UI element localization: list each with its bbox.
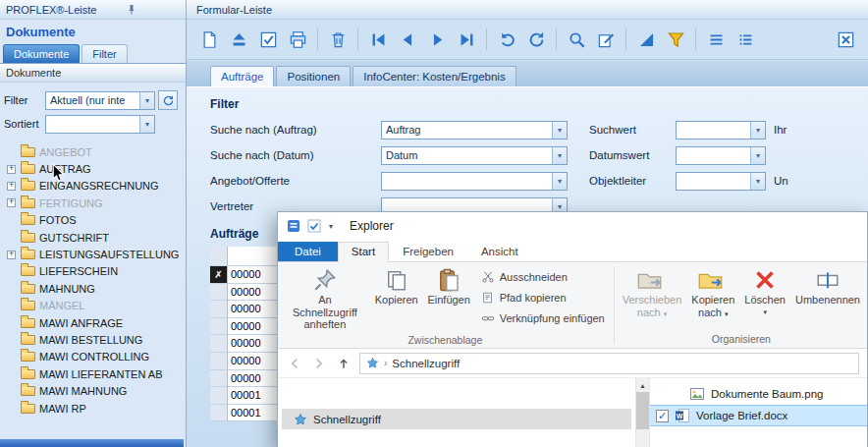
print-button[interactable] bbox=[283, 26, 312, 53]
previous-record-button[interactable] bbox=[393, 26, 422, 53]
close-button[interactable] bbox=[831, 26, 860, 53]
tree-item-mawi-controlling[interactable]: MAWI CONTROLLING bbox=[0, 349, 186, 365]
paste-shortcut-button[interactable]: Verknüpfung einfügen bbox=[475, 307, 611, 328]
folder-icon bbox=[21, 198, 35, 208]
delete-button[interactable]: Löschen ▾ bbox=[739, 263, 790, 318]
check-icon[interactable] bbox=[306, 218, 322, 234]
tree-item-mawi-mahnung[interactable]: MAWI MAHNUNG bbox=[0, 382, 186, 399]
suche-datum-dropdown[interactable]: Datum ▾ bbox=[381, 146, 568, 165]
expand-icon[interactable] bbox=[7, 165, 16, 174]
suchwert-dropdown[interactable]: ▾ bbox=[676, 121, 766, 140]
pin-icon[interactable] bbox=[126, 3, 137, 16]
search-button[interactable] bbox=[562, 26, 591, 53]
edit-button[interactable] bbox=[591, 26, 621, 53]
datumswert-dropdown[interactable]: ▾ bbox=[676, 146, 766, 165]
forward-button[interactable] bbox=[310, 355, 328, 372]
objektleiter-label: Objektleiter bbox=[589, 175, 676, 187]
tree-item-fotos[interactable]: FOTOS bbox=[0, 212, 186, 229]
delete-button[interactable] bbox=[323, 26, 353, 53]
tree-item-maengel[interactable]: MÄNGEL bbox=[0, 298, 186, 314]
tree-item-mawi-lieferanten-ab[interactable]: MAWI LIEFERANTEN AB bbox=[0, 365, 186, 382]
last-record-button[interactable] bbox=[452, 26, 481, 53]
first-record-button[interactable] bbox=[363, 26, 393, 53]
expand-icon[interactable] bbox=[7, 198, 16, 207]
suche-auftrag-dropdown[interactable]: Auftrag ▾ bbox=[381, 121, 568, 140]
navpane-scrollbar[interactable]: ▲ bbox=[635, 378, 650, 447]
sidebar-tab-dokumente[interactable]: Dokumente bbox=[3, 44, 80, 63]
filter-funnel-button[interactable] bbox=[661, 26, 690, 53]
chevron-down-icon[interactable]: ▾ bbox=[750, 173, 765, 190]
tree-item-eingangsrechnung[interactable]: EINGANGSRECHNUNG bbox=[0, 178, 186, 195]
tab-infocenter[interactable]: InfoCenter: Kosten/Ergebnis bbox=[353, 66, 515, 86]
scrollbar-thumb[interactable] bbox=[636, 392, 649, 429]
tab-ansicht[interactable]: Ansicht bbox=[467, 242, 532, 261]
sidebar-tab-filter[interactable]: Filter bbox=[81, 44, 127, 63]
navpane-item-schnellzugriff[interactable]: Schnellzugriff bbox=[282, 409, 631, 429]
tree-item-fertigung[interactable]: FERTIGUNG bbox=[0, 195, 186, 211]
pin-to-quickaccess-button[interactable]: An Schnellzugriffanheften bbox=[280, 263, 370, 333]
move-folder-icon bbox=[637, 268, 667, 292]
copy-path-button[interactable]: Pfad kopieren bbox=[475, 287, 611, 307]
chevron-down-icon[interactable]: ▾ bbox=[139, 116, 154, 133]
print-icon bbox=[289, 30, 307, 49]
sidebar-bottom-scrollbar[interactable] bbox=[0, 439, 184, 447]
address-bar[interactable]: › Schnellzugriff bbox=[359, 353, 859, 374]
formular-leiste: Formular-Leiste bbox=[187, 0, 868, 61]
angebot-offerte-dropdown[interactable]: ▾ bbox=[381, 172, 568, 191]
tree-item-gutschrift[interactable]: GUTSCHRIFT bbox=[0, 229, 186, 246]
tab-start[interactable]: Start bbox=[338, 242, 389, 262]
chevron-down-icon[interactable]: ▾ bbox=[750, 122, 765, 139]
scroll-up-icon[interactable]: ▲ bbox=[636, 378, 649, 392]
explorer-titlebar[interactable]: ▾ Explorer bbox=[278, 212, 867, 240]
chevron-down-icon[interactable]: ▾ bbox=[552, 173, 567, 190]
tree-item-auftrag[interactable]: AUFTRAG bbox=[0, 160, 186, 177]
chevron-down-icon[interactable]: ▾ bbox=[750, 147, 765, 164]
file-row-vorlage-brief[interactable]: Vorlage Brief.docx bbox=[650, 405, 867, 426]
qat-customize-icon[interactable]: ▾ bbox=[329, 222, 333, 231]
tree-item-mahnung[interactable]: MAHNUNG bbox=[0, 280, 186, 297]
filter-apply-button[interactable] bbox=[631, 26, 661, 53]
back-button[interactable] bbox=[286, 355, 303, 372]
undo-button[interactable] bbox=[492, 26, 521, 53]
expand-icon[interactable] bbox=[7, 251, 16, 259]
copy-to-button[interactable]: Kopierennach ▾ bbox=[686, 263, 739, 320]
new-document-button[interactable] bbox=[194, 26, 224, 53]
tree-item-angebot[interactable]: ANGEBOT bbox=[0, 143, 186, 160]
list-view-button[interactable] bbox=[701, 26, 731, 53]
png-image-icon bbox=[689, 386, 705, 402]
rename-button[interactable]: Umbenennen bbox=[790, 263, 865, 308]
folder-icon bbox=[21, 164, 35, 174]
tab-auftraege[interactable]: Aufträge bbox=[210, 66, 274, 86]
refresh-button[interactable] bbox=[521, 26, 551, 53]
sortiert-dropdown[interactable]: ▾ bbox=[45, 115, 155, 134]
tree-item-mawi-bestellung[interactable]: MAWI BESTELLUNG bbox=[0, 331, 186, 348]
paste-button[interactable]: Einfügen bbox=[423, 263, 475, 308]
filter-dropdown[interactable]: Aktuell (nur inte ▾ bbox=[45, 91, 155, 110]
chevron-down-icon[interactable]: ▾ bbox=[552, 147, 567, 164]
tree-item-mawi-anfrage[interactable]: MAWI ANFRAGE bbox=[0, 314, 186, 331]
next-record-button[interactable] bbox=[422, 26, 452, 53]
tree-item-mawi-rp[interactable]: MAWI RP bbox=[0, 400, 186, 417]
export-button[interactable] bbox=[224, 26, 253, 53]
up-button[interactable] bbox=[335, 355, 353, 372]
chevron-down-icon[interactable]: ▾ bbox=[139, 92, 154, 109]
expand-icon[interactable] bbox=[7, 182, 16, 191]
file-checkbox[interactable] bbox=[656, 410, 669, 422]
copy-button[interactable]: Kopieren bbox=[370, 263, 423, 308]
chevron-down-icon[interactable]: ▾ bbox=[552, 122, 567, 139]
chevron-down-icon: ▾ bbox=[725, 310, 729, 317]
confirm-button[interactable] bbox=[253, 26, 283, 53]
list-detail-button[interactable] bbox=[731, 26, 760, 53]
properties-icon[interactable] bbox=[286, 218, 301, 234]
breadcrumb[interactable]: Schnellzugriff bbox=[392, 358, 460, 369]
tab-freigeben[interactable]: Freigeben bbox=[389, 242, 467, 261]
move-to-button[interactable]: Verschiebennach ▾ bbox=[618, 263, 687, 320]
objektleiter-dropdown[interactable]: ▾ bbox=[676, 172, 766, 191]
cut-button[interactable]: Ausschneiden bbox=[475, 266, 611, 287]
tab-datei[interactable]: Datei bbox=[278, 242, 338, 261]
refresh-filter-button[interactable] bbox=[158, 90, 178, 110]
file-row-dokumente-baum[interactable]: Dokumente Baum.png bbox=[650, 383, 867, 405]
tree-item-leistungsaufstellung[interactable]: LEISTUNGSAUFSTELLUNG bbox=[0, 246, 186, 262]
tab-positionen[interactable]: Positionen bbox=[276, 66, 351, 86]
tree-item-lieferschein[interactable]: LIEFERSCHEIN bbox=[0, 263, 186, 280]
